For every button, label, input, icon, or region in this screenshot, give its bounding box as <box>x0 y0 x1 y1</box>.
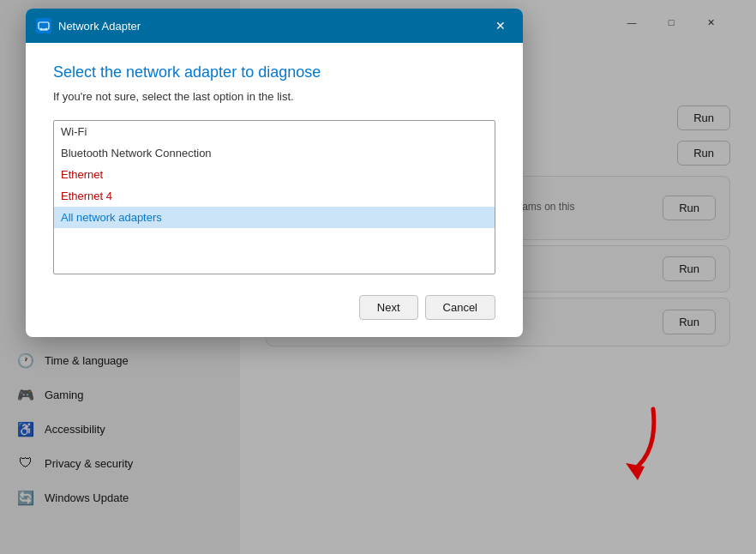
dialog-title-text: Network Adapter <box>58 20 141 33</box>
dialog-heading: Select the network adapter to diagnose <box>53 63 495 81</box>
dialog-hint: If you're not sure, select the last opti… <box>53 90 495 103</box>
next-button[interactable]: Next <box>359 295 418 320</box>
dialog-body: Select the network adapter to diagnose I… <box>26 43 523 337</box>
dialog-close-button[interactable]: ✕ <box>489 15 513 36</box>
adapter-list-container[interactable]: Wi-FiBluetooth Network ConnectionEtherne… <box>53 120 495 274</box>
adapter-list-item[interactable]: Wi-Fi <box>54 121 495 142</box>
adapter-list-item[interactable]: All network adapters <box>54 207 495 228</box>
adapter-list-item[interactable]: Bluetooth Network Connection <box>54 142 495 164</box>
adapter-list-item[interactable]: Ethernet 4 <box>54 185 495 207</box>
adapter-list-item[interactable]: Ethernet <box>54 164 495 185</box>
dialog-title-left: Network Adapter <box>36 18 141 33</box>
network-adapter-dialog: Network Adapter ✕ Select the network ada… <box>26 9 523 337</box>
svg-rect-9 <box>39 22 49 29</box>
dialog-title-icon <box>36 18 51 33</box>
dialog-footer: Next Cancel <box>53 288 495 320</box>
dialog-titlebar: Network Adapter ✕ <box>26 9 523 43</box>
cancel-button[interactable]: Cancel <box>425 295 495 320</box>
